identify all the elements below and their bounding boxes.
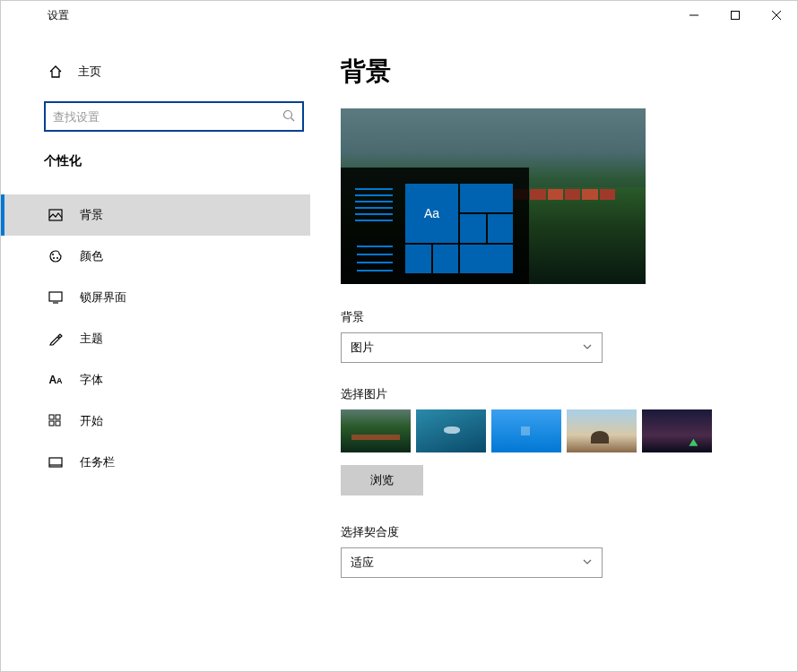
dropdown-value: 适应 [351,555,374,571]
content-area: 背景 Aa 背景 图片 选择图片 [310,30,797,671]
sidebar-item-fonts[interactable]: AA 字体 [1,359,310,401]
sidebar-item-label: 开始 [80,413,103,429]
home-icon [48,64,64,80]
sidebar-item-colors[interactable]: 颜色 [1,236,310,277]
sidebar-item-themes[interactable]: 主题 [1,318,310,359]
background-type-label: 背景 [341,309,761,325]
svg-point-8 [53,257,55,259]
picture-icon [48,207,64,223]
page-title: 背景 [341,55,761,89]
theme-icon [48,331,64,347]
choose-picture-label: 选择图片 [341,386,761,402]
browse-button[interactable]: 浏览 [341,465,423,495]
fit-dropdown[interactable]: 适应 [341,547,603,578]
picture-thumb-5[interactable] [642,409,712,452]
app-title: 设置 [48,8,69,23]
svg-rect-12 [49,415,54,419]
svg-point-4 [284,110,292,118]
picture-thumbnails [341,409,761,452]
svg-point-7 [52,254,54,255]
sidebar-item-label: 主题 [80,331,103,347]
taskbar-icon [48,454,64,470]
svg-rect-15 [56,421,60,426]
sidebar-item-label: 任务栏 [80,454,115,470]
picture-thumb-1[interactable] [341,409,411,452]
category-heading: 个性化 [1,148,310,175]
picture-thumb-3[interactable] [491,409,561,452]
close-button[interactable] [756,1,797,30]
picture-thumb-4[interactable] [567,409,637,452]
search-box[interactable] [44,101,304,132]
titlebar: 设置 [1,1,797,30]
home-label: 主页 [78,64,101,80]
lockscreen-icon [48,289,64,306]
svg-line-5 [291,117,295,121]
search-icon [282,109,295,125]
close-icon [772,11,781,20]
sidebar-item-label: 锁屏界面 [80,289,126,306]
window-body: 主页 个性化 背景 [1,30,797,671]
sidebar-item-taskbar[interactable]: 任务栏 [1,442,310,483]
preview-start-tiles: Aa [405,184,513,273]
picture-thumb-2[interactable] [416,409,486,452]
svg-point-9 [56,257,58,259]
palette-icon [48,248,64,264]
svg-rect-14 [49,421,54,426]
maximize-button[interactable] [715,1,756,30]
sidebar-item-lockscreen[interactable]: 锁屏界面 [1,277,310,318]
start-icon [48,413,64,429]
svg-rect-10 [49,292,62,301]
home-button[interactable]: 主页 [1,56,310,87]
maximize-icon [731,11,740,20]
svg-rect-13 [56,415,60,419]
settings-window: 设置 主页 [0,0,798,672]
dropdown-value: 图片 [351,340,374,356]
preview-tile-sample: Aa [405,184,458,243]
chevron-down-icon [582,340,593,355]
search-container [44,101,304,132]
sidebar-item-label: 颜色 [80,248,103,264]
font-icon: AA [48,372,64,388]
minimize-icon [690,11,698,20]
chevron-down-icon [582,556,593,570]
svg-rect-1 [732,12,740,20]
sidebar-item-start[interactable]: 开始 [1,401,310,442]
minimize-button[interactable] [673,1,715,30]
fit-label: 选择契合度 [341,524,761,540]
sidebar-item-background[interactable]: 背景 [1,194,310,236]
background-type-dropdown[interactable]: 图片 [341,332,603,363]
sidebar-item-label: 背景 [80,207,103,223]
sidebar-item-label: 字体 [80,372,103,388]
search-input[interactable] [53,110,282,124]
sidebar: 主页 个性化 背景 [1,30,310,671]
desktop-preview: Aa [341,108,646,284]
